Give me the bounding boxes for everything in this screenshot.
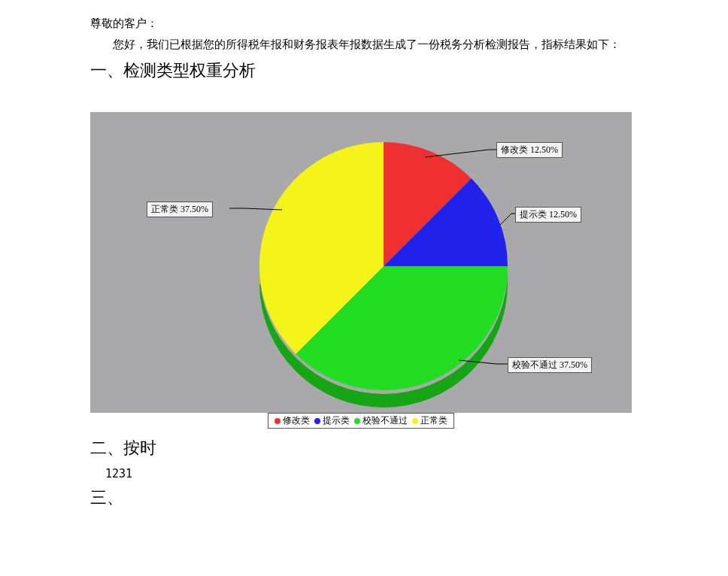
legend-item: 修改类 [275,414,310,427]
callout-fail: 校验不通过 37.50% [508,357,592,373]
section-2-body: 1231 [105,467,698,481]
legend-swatch-icon [314,418,320,424]
section-3-heading: 三、 [90,487,698,509]
legend-label: 修改类 [283,414,310,427]
legend-label: 提示类 [323,414,350,427]
callout-modify: 修改类 12.50% [496,142,563,158]
callout-normal: 正常类 37.50% [147,202,213,217]
pie-chart-block: 修改类 12.50% 提示类 12.50% 校验不通过 37.50% 正常类 3… [90,112,698,429]
intro-paragraph: 您好，我们已根据您的所得税年报和财务报表年报数据生成了一份税务分析检测报告，指标… [90,35,698,53]
legend-swatch-icon [354,418,360,424]
section-1-heading: 一、检测类型权重分析 [90,59,698,82]
legend-label: 正常类 [420,414,447,427]
legend-label: 校验不通过 [362,414,408,427]
legend-swatch-icon [275,418,281,424]
legend-swatch-icon [412,418,418,424]
pie-chart: 修改类 12.50% 提示类 12.50% 校验不通过 37.50% 正常类 3… [90,112,632,413]
legend-item: 提示类 [314,414,350,427]
document-page: 尊敬的客户： 您好，我们已根据您的所得税年报和财务报表年报数据生成了一份税务分析… [0,15,728,532]
greeting-line: 尊敬的客户： [90,15,698,32]
section-2-heading: 二、按时 [90,437,698,459]
callout-hint: 提示类 12.50% [515,207,581,223]
legend-item: 正常类 [412,414,447,427]
chart-legend: 修改类 提示类 校验不通过 正常类 [90,413,632,429]
legend-item: 校验不通过 [354,414,408,427]
